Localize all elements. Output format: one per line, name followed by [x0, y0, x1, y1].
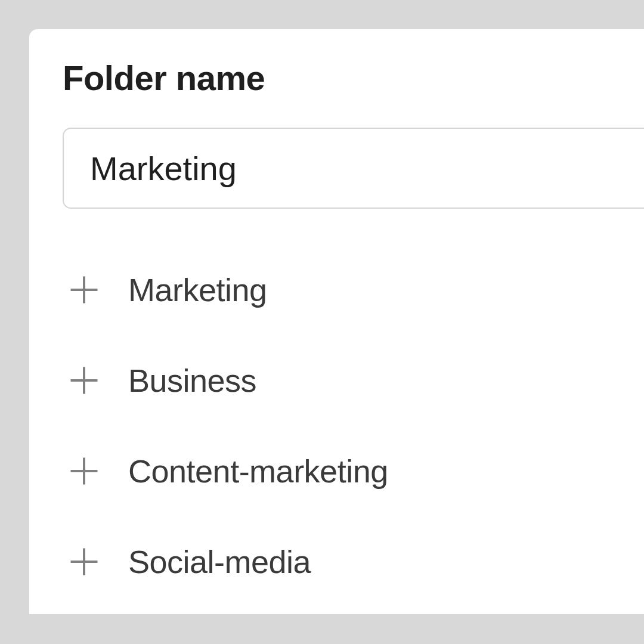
- plus-icon: [66, 272, 102, 308]
- suggestion-label: Content-marketing: [128, 453, 388, 490]
- suggestion-item-social-media[interactable]: Social-media: [66, 516, 644, 607]
- plus-icon: [66, 544, 102, 580]
- folder-name-input-wrap: [63, 128, 644, 209]
- plus-icon: [66, 453, 102, 489]
- suggestion-label: Social-media: [128, 543, 311, 580]
- suggestion-label: Marketing: [128, 271, 267, 308]
- suggestion-item-marketing[interactable]: Marketing: [66, 244, 644, 335]
- suggestion-list: Marketing Business Content-marketing: [29, 244, 644, 607]
- plus-icon: [66, 363, 102, 398]
- page-title: Folder name: [63, 58, 644, 98]
- folder-name-input[interactable]: [63, 128, 644, 209]
- folder-name-panel: Folder name Marketing Business: [29, 29, 644, 614]
- suggestion-item-business[interactable]: Business: [66, 335, 644, 426]
- suggestion-item-content-marketing[interactable]: Content-marketing: [66, 426, 644, 516]
- suggestion-label: Business: [128, 362, 256, 399]
